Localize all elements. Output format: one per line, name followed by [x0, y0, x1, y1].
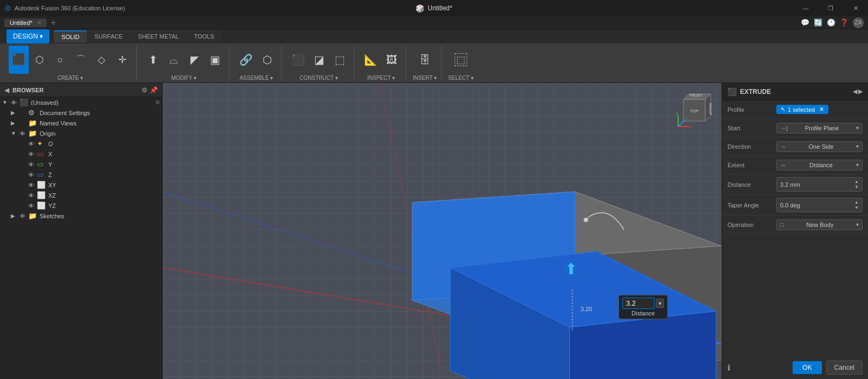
design-dropdown-button[interactable]: DESIGN ▾ — [7, 29, 49, 43]
create-group-label[interactable]: CREATE ▾ — [58, 75, 84, 81]
tree-item-origin[interactable]: ▼ 👁 📁 Origin — [0, 128, 162, 138]
eye-icon-sketches[interactable]: 👁 — [20, 213, 28, 219]
measure-button[interactable]: 📐 — [361, 46, 381, 74]
tab-surface[interactable]: SURFACE — [87, 31, 130, 42]
expand-icon-sketches[interactable]: ▶ — [11, 213, 20, 219]
item-label-doc-settings: Document Settings — [40, 110, 160, 116]
joint-button[interactable]: 🔗 — [236, 46, 256, 74]
tree-item-xz[interactable]: 👁 ⬜ XZ — [0, 190, 162, 200]
distance-icon: ↔ — [780, 162, 786, 168]
distance-input[interactable] — [622, 298, 655, 309]
as-built-button[interactable]: ⬡ — [257, 46, 277, 74]
tree-item-z[interactable]: 👁 ▭ Z — [0, 169, 162, 180]
tree-item-o[interactable]: 👁 ✦ O — [0, 138, 162, 149]
browser-settings-icon[interactable]: ⚙ — [142, 86, 148, 94]
history-icon[interactable]: 🕐 — [827, 18, 835, 27]
canvas[interactable]: ⬆ 3.20 ▾ Distance TOP FRONT — [163, 83, 722, 379]
construct-group-label[interactable]: CONSTRUCT ▾ — [299, 75, 337, 81]
info-icon[interactable]: ℹ — [727, 363, 730, 372]
select-group-label[interactable]: SELECT ▾ — [448, 75, 474, 81]
refresh-icon[interactable]: 🔄 — [814, 18, 822, 27]
expand-icon-doc[interactable]: ▶ — [11, 110, 20, 116]
user-avatar[interactable]: ZA — [853, 17, 864, 28]
panel-arrow-left-icon[interactable]: ◀ — [853, 88, 857, 95]
profile-clear-button[interactable]: ✕ — [819, 106, 824, 113]
extent-select[interactable]: ↔ Distance ▾ — [776, 160, 863, 170]
tab-close-icon[interactable]: ✕ — [37, 20, 41, 26]
ok-button[interactable]: OK — [793, 361, 821, 374]
section-button[interactable]: 🖼 — [382, 46, 401, 74]
distance-tooltip[interactable]: ▾ Distance — [618, 295, 668, 319]
tab-tools[interactable]: TOOLS — [187, 31, 222, 42]
press-pull-button[interactable]: ⬆ — [143, 46, 163, 74]
shell-button[interactable]: ▣ — [205, 46, 225, 74]
expand-icon-origin[interactable]: ▼ — [11, 130, 20, 136]
help-icon[interactable]: ❓ — [840, 18, 848, 27]
eye-icon-xz[interactable]: 👁 — [28, 192, 37, 199]
move-button[interactable]: ✛ — [112, 46, 132, 74]
fillet-button[interactable]: ⌓ — [164, 46, 183, 74]
expand-icon[interactable]: ▼ — [2, 99, 11, 105]
taper-stepper-down-icon[interactable]: ▼ — [854, 205, 859, 211]
angle-plane-button[interactable]: ◪ — [309, 46, 329, 74]
stepper-down-icon[interactable]: ▼ — [854, 185, 859, 190]
revolve-button[interactable]: ○ — [50, 46, 70, 74]
insert-group-label[interactable]: INSERT ▾ — [413, 75, 437, 81]
chamfer-button[interactable]: ◤ — [184, 46, 204, 74]
taper-angle-field[interactable]: 0.0 deg ▲ ▼ — [776, 198, 863, 212]
plane-icon-xy: ⬜ — [37, 181, 47, 189]
tab-sheet-metal[interactable]: SHEET METAL — [130, 31, 186, 42]
expand-icon-views[interactable]: ▶ — [11, 120, 20, 126]
profile-selected-badge[interactable]: ↖ 1 selected ✕ — [776, 105, 828, 114]
insert-mesh-button[interactable]: 🗄 — [415, 46, 435, 74]
eye-icon-origin[interactable]: 👁 — [20, 130, 28, 137]
chat-icon[interactable]: 💬 — [801, 18, 809, 27]
tree-item-sketches[interactable]: ▶ 👁 📁 Sketches — [0, 211, 162, 221]
stepper-up-icon[interactable]: ▲ — [854, 179, 859, 185]
browser-pin-icon[interactable]: 📌 — [150, 86, 158, 94]
modify-group-label[interactable]: MODIFY ▾ — [171, 75, 196, 81]
maximize-button[interactable]: ❐ — [818, 0, 843, 16]
document-tab[interactable]: Untitled* ✕ — [4, 18, 47, 27]
tab-solid[interactable]: SOLID — [54, 30, 87, 42]
eye-icon-x[interactable]: 👁 — [28, 151, 37, 157]
extrude-button[interactable]: ⬡ — [30, 46, 49, 74]
eye-icon-yz[interactable]: 👁 — [28, 203, 37, 209]
inspect-group-label[interactable]: INSPECT ▾ — [367, 75, 395, 81]
viewcube[interactable]: TOP FRONT RIGHT x y z — [673, 89, 716, 132]
vis-eye-icon[interactable]: 👁 — [11, 99, 20, 106]
taper-stepper[interactable]: ▲ ▼ — [854, 200, 859, 210]
tree-item-xy[interactable]: 👁 ⬜ XY — [0, 180, 162, 190]
cancel-button[interactable]: Cancel — [826, 361, 863, 375]
distance-stepper[interactable]: ▲ ▼ — [854, 179, 859, 190]
eye-icon-z[interactable]: 👁 — [28, 172, 37, 178]
dropdown-arrow-icon[interactable]: ▾ — [656, 299, 664, 308]
offset-plane-button[interactable]: ⬛ — [288, 46, 308, 74]
settings-icon-extra[interactable]: ⚙ — [155, 99, 160, 105]
minimize-button[interactable]: — — [793, 0, 818, 16]
sweep-button[interactable]: ⌒ — [71, 46, 91, 74]
close-button[interactable]: ✕ — [843, 0, 868, 16]
new-component-button[interactable]: ⬛ — [9, 46, 29, 74]
operation-select[interactable]: □ New Body ▾ — [776, 219, 863, 230]
tree-item-unsaved[interactable]: ▼ 👁 ⬛ (Unsaved) ⚙ — [0, 97, 162, 108]
tree-item-named-views[interactable]: ▶ 📁 Named Views — [0, 118, 162, 128]
assemble-group-label[interactable]: ASSEMBLE ▾ — [240, 75, 273, 81]
midplane-button[interactable]: ⬚ — [330, 46, 349, 74]
distance-field[interactable]: 3.2 mm ▲ ▼ — [776, 177, 863, 192]
tree-item-document-settings[interactable]: ▶ ⚙ Document Settings — [0, 108, 162, 118]
tree-item-yz[interactable]: 👁 ⬜ YZ — [0, 200, 162, 211]
eye-icon-y[interactable]: 👁 — [28, 161, 37, 168]
eye-icon-o[interactable]: 👁 — [28, 141, 37, 147]
tree-item-y[interactable]: 👁 ▭ Y — [0, 159, 162, 169]
loft-button[interactable]: ◇ — [92, 46, 111, 74]
browser-collapse-icon[interactable]: ◀ — [4, 86, 9, 94]
direction-select[interactable]: → One Side ▾ — [776, 141, 863, 152]
eye-icon-xy[interactable]: 👁 — [28, 182, 37, 188]
window-select-button[interactable]: ⬚ — [451, 46, 470, 74]
panel-arrow-right-icon[interactable]: ▶ — [858, 88, 863, 95]
tree-item-x[interactable]: 👁 ▭ X — [0, 149, 162, 159]
taper-stepper-up-icon[interactable]: ▲ — [854, 200, 859, 205]
start-select[interactable]: →| Profile Plane ▾ — [776, 123, 863, 134]
add-tab-button[interactable]: + — [51, 18, 56, 28]
